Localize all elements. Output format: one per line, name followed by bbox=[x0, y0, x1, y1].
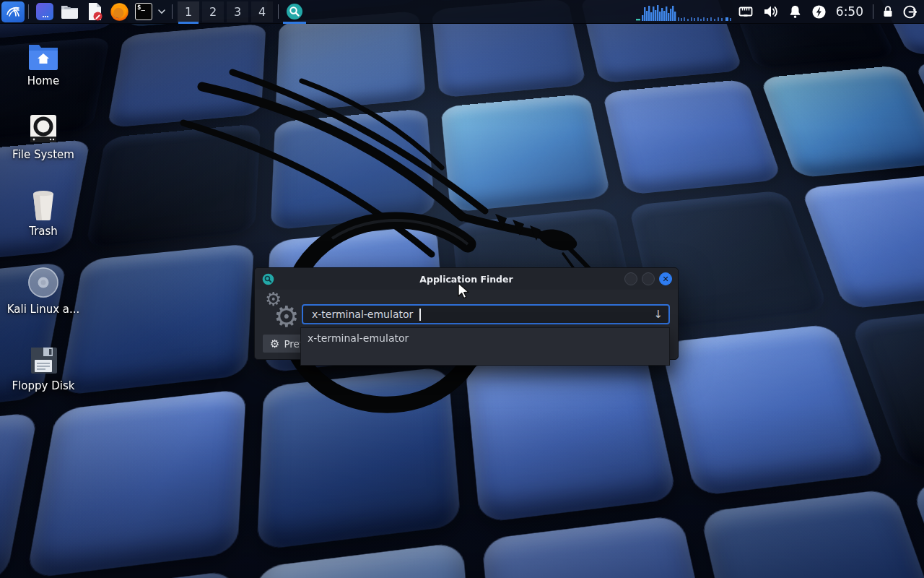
desktop-icon-label: Trash bbox=[29, 225, 58, 238]
completion-item[interactable]: x-terminal-emulator bbox=[301, 328, 669, 348]
desktop-icon-home[interactable]: Home bbox=[10, 42, 77, 87]
combo-dropdown-arrow[interactable]: ↓ bbox=[653, 308, 663, 321]
launcher-dropdown-chevron[interactable] bbox=[155, 1, 168, 22]
logout-button[interactable] bbox=[899, 1, 921, 22]
kali-menu-icon bbox=[4, 3, 22, 20]
logout-icon bbox=[902, 4, 918, 20]
desktop-icon-label: Kali Linux a... bbox=[7, 303, 80, 316]
active-task-underline bbox=[283, 22, 306, 24]
workspace-button-2[interactable]: 2 bbox=[202, 1, 224, 22]
wallpaper-cube bbox=[760, 65, 924, 178]
cdrom-disc-icon bbox=[27, 266, 60, 299]
workspace-button-1[interactable]: 1 bbox=[178, 1, 199, 22]
desktop-icon-file-system[interactable]: File System bbox=[10, 113, 77, 161]
floppy-disk-icon bbox=[27, 344, 59, 376]
bell-icon bbox=[787, 4, 803, 20]
home-folder-icon bbox=[27, 42, 60, 71]
wallpaper-cube bbox=[271, 108, 435, 230]
workspace-label: 2 bbox=[209, 5, 217, 19]
launcher-file-manager[interactable] bbox=[57, 1, 82, 22]
trash-icon bbox=[28, 189, 58, 221]
desktop-icon-floppy[interactable]: Floppy Disk bbox=[10, 344, 77, 392]
maximize-button[interactable] bbox=[642, 272, 655, 285]
hard-disk-icon bbox=[27, 113, 59, 144]
notifications[interactable] bbox=[784, 1, 806, 22]
close-button[interactable]: ✕ bbox=[659, 272, 672, 285]
applications-menu-button[interactable] bbox=[1, 1, 25, 22]
desktop-icon-label: Floppy Disk bbox=[12, 380, 75, 392]
titlebar[interactable]: Application Finder ✕ bbox=[255, 268, 678, 290]
desktop-app-icon bbox=[35, 2, 54, 21]
wallpaper-cube bbox=[85, 124, 261, 249]
workspace-button-3[interactable]: 3 bbox=[227, 1, 248, 22]
terminal-icon: $_ bbox=[135, 3, 152, 20]
desktop-icon-label: File System bbox=[12, 149, 74, 161]
desktop-icon-kali-cdrom[interactable]: Kali Linux a... bbox=[10, 266, 77, 316]
application-finder-icon bbox=[286, 3, 303, 20]
network-icon bbox=[737, 3, 754, 20]
search-input[interactable]: x-terminal-emulator ↓ bbox=[302, 304, 670, 324]
power-manager[interactable] bbox=[808, 1, 830, 22]
wallpaper-cube bbox=[59, 243, 254, 396]
gears-graphic: ⚙ ⚙ bbox=[262, 290, 300, 335]
workspace-button-4[interactable]: 4 bbox=[251, 1, 273, 22]
wallpaper-cube bbox=[465, 345, 677, 523]
power-lightning-icon bbox=[811, 4, 827, 20]
completion-popup: x-terminal-emulator bbox=[300, 327, 670, 366]
taskbar-application-finder[interactable] bbox=[282, 1, 307, 22]
desktop-icon-trash[interactable]: Trash bbox=[10, 189, 77, 238]
panel-separator bbox=[28, 4, 29, 19]
active-workspace-underline bbox=[178, 22, 199, 24]
search-input-value: x-terminal-emulator bbox=[312, 309, 413, 320]
wallpaper-cube bbox=[247, 542, 479, 578]
wallpaper-cube bbox=[276, 11, 426, 113]
top-panel: $_ 1 2 3 4 bbox=[0, 0, 924, 24]
wallpaper-cube bbox=[661, 324, 887, 496]
workspace-label: 1 bbox=[185, 5, 192, 19]
wallpaper-cube bbox=[26, 389, 246, 578]
panel-separator bbox=[873, 4, 873, 19]
window-title: Application Finder bbox=[255, 274, 678, 285]
desktop-icon-label: Home bbox=[27, 75, 59, 87]
wallpaper-cube bbox=[257, 366, 461, 551]
lock-screen-button[interactable] bbox=[877, 1, 899, 22]
volume-control[interactable] bbox=[759, 1, 783, 22]
minimize-button[interactable] bbox=[624, 272, 637, 285]
speaker-icon bbox=[762, 3, 780, 20]
wallpaper-cube bbox=[107, 23, 266, 128]
text-caret bbox=[419, 309, 421, 321]
lock-icon bbox=[880, 4, 896, 20]
wallpaper-cube bbox=[699, 488, 924, 578]
text-editor-icon bbox=[85, 2, 104, 21]
panel-separator bbox=[172, 4, 173, 19]
launcher-terminal[interactable]: $_ bbox=[132, 1, 155, 22]
firefox-icon bbox=[110, 2, 129, 22]
file-manager-icon bbox=[60, 2, 79, 21]
workspace-label: 4 bbox=[258, 5, 266, 19]
cpu-graph[interactable] bbox=[636, 1, 734, 22]
workspace-label: 3 bbox=[234, 5, 241, 19]
application-finder-window: Application Finder ✕ ⚙ ⚙ x-terminal-emul… bbox=[254, 267, 679, 360]
network-status[interactable] bbox=[734, 1, 757, 22]
gear-icon: ⚙ bbox=[274, 300, 300, 333]
wallpaper-cube bbox=[440, 94, 611, 213]
cpu-graph-bars bbox=[636, 2, 734, 21]
gear-icon: ⚙ bbox=[270, 337, 279, 350]
close-icon: ✕ bbox=[662, 275, 668, 283]
chevron-down-icon bbox=[157, 7, 167, 17]
panel-separator bbox=[278, 4, 279, 19]
wallpaper-cube bbox=[481, 515, 724, 578]
wallpaper-cube bbox=[602, 79, 782, 195]
clock[interactable]: 6:50 bbox=[830, 4, 869, 19]
launcher-firefox[interactable] bbox=[107, 1, 132, 22]
launcher-desktop-app[interactable] bbox=[32, 1, 57, 22]
launcher-text-editor[interactable] bbox=[82, 1, 107, 22]
